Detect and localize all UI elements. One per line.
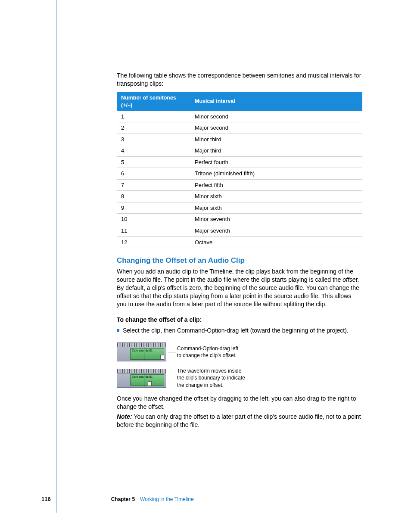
- timeline-ruler: [117, 343, 166, 347]
- table-cell: 5: [117, 156, 190, 168]
- table-row: 12Octave: [117, 236, 362, 248]
- page-footer: 116 Chapter 5 Working in the Timeline: [41, 495, 369, 503]
- text-run: When you add an audio clip to the Timeli…: [117, 268, 353, 283]
- table-cell: 1: [117, 111, 190, 122]
- table-cell: 10: [117, 214, 190, 225]
- semitone-table: Number of semitones (+/–) Musical interv…: [117, 92, 362, 248]
- page-number: 116: [41, 495, 51, 503]
- section-heading: Changing the Offset of an Audio Clip: [117, 256, 362, 266]
- caption-line: to change the clip's offset.: [177, 352, 237, 358]
- caption-line: Command-Option-drag left: [177, 345, 238, 352]
- table-header-interval: Musical interval: [190, 92, 362, 111]
- leader-line: [168, 352, 176, 352]
- table-row: 1Minor second: [117, 111, 362, 122]
- table-cell: Minor third: [190, 134, 362, 145]
- step-list: Select the clip, then Command-Option-dra…: [117, 327, 362, 335]
- table-cell: 8: [117, 191, 190, 202]
- caption-1: Command-Option-drag left to change the c…: [177, 345, 238, 359]
- caption-line: the clip's boundary to indicate: [177, 375, 245, 381]
- clip-handle: [148, 381, 152, 386]
- table-cell: Tritone (diminished fifth): [190, 168, 362, 180]
- table-cell: Major second: [190, 122, 362, 134]
- clip-label: Cafe sounds 01: [131, 375, 164, 380]
- playhead: [144, 369, 144, 387]
- table-cell: Minor second: [190, 111, 362, 122]
- figure-1: Cafe sounds 01 Command-Option-drag left …: [117, 342, 362, 361]
- table-cell: Perfect fourth: [190, 156, 362, 168]
- table-header-semitones: Number of semitones (+/–): [117, 92, 190, 111]
- table-row: 8Minor sixth: [117, 191, 362, 202]
- offset-term: offset: [342, 276, 357, 283]
- chapter-title: Working in the Timeline: [140, 496, 194, 503]
- table-cell: 4: [117, 145, 190, 157]
- table-cell: 9: [117, 202, 190, 214]
- caption-2: The waveform moves inside the clip's bou…: [177, 367, 245, 389]
- page: The following table shows the correspond…: [56, 0, 368, 513]
- table-row: 11Major seventh: [117, 225, 362, 237]
- table-row: 4Major third: [117, 145, 362, 157]
- timeline-ruler: [117, 369, 166, 373]
- clip-figure: Cafe sounds 01: [117, 369, 166, 388]
- table-cell: 12: [117, 236, 190, 248]
- table-row: 9Major sixth: [117, 202, 362, 214]
- table-cell: Octave: [190, 236, 362, 248]
- para-after-fig: Once you have changed the offset by drag…: [117, 395, 362, 411]
- howto-heading: To change the offset of a clip:: [117, 316, 362, 324]
- table-row: 3Minor third: [117, 134, 362, 145]
- note-label: Note:: [117, 413, 132, 420]
- note-body: You can only drag the offset to a later …: [117, 413, 361, 428]
- content-column: The following table shows the correspond…: [117, 72, 362, 429]
- table-row: 6Tritone (diminished fifth): [117, 168, 362, 180]
- table-cell: 11: [117, 225, 190, 237]
- table-cell: Major seventh: [190, 225, 362, 237]
- caption-line: The waveform moves inside: [177, 368, 241, 374]
- clip-figure: Cafe sounds 01: [117, 342, 166, 361]
- table-cell: 6: [117, 168, 190, 180]
- figure-2: Cafe sounds 01 The waveform moves inside…: [117, 367, 362, 389]
- caption-line: the change in offset.: [177, 382, 224, 388]
- table-cell: Minor sixth: [190, 191, 362, 202]
- chapter-label: Chapter 5: [111, 496, 135, 503]
- table-cell: 3: [117, 134, 190, 145]
- table-row: 2Major second: [117, 122, 362, 134]
- table-cell: 2: [117, 122, 190, 134]
- table-cell: Perfect fifth: [190, 179, 362, 191]
- clip-handle: [160, 355, 164, 360]
- table-row: 5Perfect fourth: [117, 156, 362, 168]
- audio-clip: Cafe sounds 01: [130, 374, 164, 386]
- table-cell: Minor seventh: [190, 214, 362, 225]
- table-row: 7Perfect fifth: [117, 179, 362, 191]
- table-cell: Major third: [190, 145, 362, 157]
- table-cell: Major sixth: [190, 202, 362, 214]
- intro-paragraph: The following table shows the correspond…: [117, 72, 362, 88]
- leader-line: [168, 378, 176, 378]
- audio-clip: Cafe sounds 01: [130, 348, 164, 360]
- table-row: 10Minor seventh: [117, 214, 362, 225]
- clip-label: Cafe sounds 01: [131, 348, 164, 353]
- table-cell: 7: [117, 179, 190, 191]
- playhead: [144, 343, 144, 361]
- offset-paragraph: When you add an audio clip to the Timeli…: [117, 268, 362, 308]
- step-item: Select the clip, then Command-Option-dra…: [117, 327, 362, 335]
- note-paragraph: Note: You can only drag the offset to a …: [117, 413, 362, 429]
